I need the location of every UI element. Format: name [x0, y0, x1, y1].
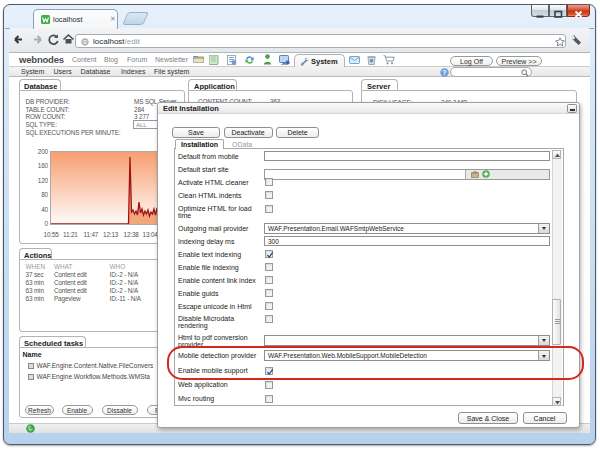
svg-text:?: ?	[442, 69, 446, 76]
